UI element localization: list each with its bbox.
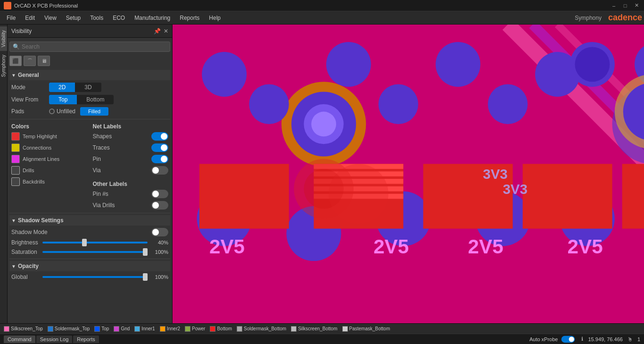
- backdrills-label: Backdrills: [23, 179, 45, 185]
- mode-2d-button[interactable]: 2D: [49, 83, 75, 92]
- svg-point-10: [202, 52, 247, 97]
- shadow-section-header[interactable]: ▼ Shadow Settings: [9, 215, 170, 226]
- layer-top-label: Top: [101, 326, 109, 331]
- global-opacity-label: Global: [11, 274, 40, 280]
- connections-swatch[interactable]: [11, 143, 20, 152]
- sidetab-visibility[interactable]: Visibility: [0, 26, 7, 51]
- drills-swatch[interactable]: [11, 166, 20, 175]
- shadow-mode-toggle[interactable]: [151, 228, 168, 236]
- statusbar: Command Session Log Reports Auto xProbe …: [0, 334, 644, 344]
- otherlabel-pinnum-toggle[interactable]: [151, 190, 168, 198]
- layer-inner1[interactable]: Inner1: [132, 326, 157, 332]
- auto-probe-toggle[interactable]: [561, 336, 575, 342]
- svg-text:2V5: 2V5: [209, 235, 245, 258]
- backdrills-swatch[interactable]: [11, 177, 20, 186]
- minimize-button[interactable]: –: [610, 2, 618, 9]
- mode-3d-button[interactable]: 3D: [75, 83, 101, 92]
- saturation-slider[interactable]: [42, 251, 148, 253]
- saturation-value: 100%: [150, 249, 168, 255]
- layers-tool-button[interactable]: ⬛: [9, 56, 22, 66]
- otherlabels-label: Other Labels: [91, 179, 171, 188]
- layer-inner1-color: [134, 326, 140, 332]
- panel-content: 🔍 ⬛ ⌒ 🖥 ▼ General Mode 2D 3D: [8, 38, 172, 323]
- netlabel-via-toggle[interactable]: [151, 166, 168, 175]
- svg-point-20: [311, 112, 336, 137]
- layer-pastemask-bottom-label: Pastemask_Bottom: [349, 326, 390, 331]
- layer-pastemask-bottom[interactable]: Pastemask_Bottom: [340, 326, 392, 332]
- netlabels-column: Net Labels Shapes Traces Pin Via: [91, 121, 171, 211]
- layer-soldermask-top[interactable]: Soldermask_Top: [46, 326, 91, 332]
- layer-inner2[interactable]: Inner2: [158, 326, 182, 332]
- status-tab-command[interactable]: Command: [4, 336, 35, 343]
- layer-power[interactable]: Power: [183, 326, 207, 332]
- coordinates: 15.949, 76.466: [588, 336, 622, 342]
- layer-gnd-label: Gnd: [121, 326, 130, 331]
- pin-icon[interactable]: 📌: [154, 28, 161, 34]
- status-tab-reports[interactable]: Reports: [73, 336, 99, 343]
- brightness-row: Brightness 40%: [9, 238, 170, 247]
- menu-manufacturing[interactable]: Manufacturing: [130, 13, 175, 23]
- canvas-area: 2V5 2V5 2V5 2V5 2V5 3V3 3V3 0: [173, 25, 644, 323]
- colors-label: Colors: [9, 121, 89, 131]
- saturation-thumb[interactable]: [143, 248, 148, 256]
- layer-soldermask-bottom[interactable]: Soldermask_Bottom: [235, 326, 288, 332]
- window-controls: – □ ✕: [610, 2, 640, 9]
- layer-top[interactable]: Top: [92, 326, 111, 332]
- svg-text:2V5: 2V5: [568, 235, 603, 258]
- menu-view[interactable]: View: [40, 13, 61, 23]
- layer-bottom[interactable]: Bottom: [208, 326, 234, 332]
- routes-tool-button[interactable]: ⌒: [24, 56, 36, 66]
- sidetab-symphony[interactable]: Symphony: [0, 51, 7, 81]
- view-bottom-button[interactable]: Bottom: [77, 95, 114, 104]
- svg-rect-28: [523, 164, 612, 228]
- panel-close-icon[interactable]: ✕: [164, 28, 168, 34]
- pads-unfilled-label: Unfilled: [57, 108, 75, 115]
- netlabel-row-1: Traces: [91, 142, 171, 153]
- global-opacity-slider[interactable]: [42, 276, 148, 278]
- menu-file[interactable]: File: [2, 13, 20, 23]
- mode-toggle-group: 2D 3D: [49, 83, 101, 92]
- netlabel-row-0: Shapes: [91, 131, 171, 142]
- netlabel-via-text: Via: [93, 167, 101, 174]
- visibility-panel: Visibility 📌 ✕ 🔍 ⬛ ⌒ 🖥 ▼ General: [8, 25, 173, 323]
- menu-edit[interactable]: Edit: [20, 13, 40, 23]
- cadence-logo: cadence: [608, 13, 642, 23]
- pads-unfilled-radio[interactable]: Unfilled: [49, 108, 75, 115]
- menu-eco[interactable]: ECO: [108, 13, 130, 23]
- opacity-section-header[interactable]: ▼ Opacity: [9, 261, 170, 271]
- layer-silkscreen-top[interactable]: Silkscreen_Top: [2, 326, 45, 332]
- close-button[interactable]: ✕: [633, 2, 640, 9]
- menu-setup[interactable]: Setup: [61, 13, 85, 23]
- brightness-thumb[interactable]: [82, 239, 87, 246]
- netlabel-pin-toggle[interactable]: [151, 155, 168, 163]
- svg-rect-30: [199, 164, 289, 228]
- pads-filled-radio[interactable]: Filled: [80, 107, 108, 116]
- general-label: General: [18, 72, 39, 78]
- view-top-button[interactable]: Top: [49, 95, 77, 104]
- panel-title: Visibility: [11, 28, 151, 34]
- menubar: File Edit View Setup Tools ECO Manufactu…: [0, 11, 644, 25]
- display-tool-button[interactable]: 🖥: [38, 56, 50, 66]
- temp-highlight-swatch[interactable]: [11, 132, 20, 141]
- menu-help[interactable]: Help: [204, 13, 225, 23]
- netlabel-shapes-toggle[interactable]: [151, 132, 168, 141]
- otherlabel-viadrills-text: Via Drills: [93, 202, 115, 209]
- main-area: Visibility Symphony Visibility 📌 ✕ 🔍 ⬛ ⌒…: [0, 25, 644, 323]
- global-opacity-thumb[interactable]: [143, 273, 148, 281]
- alignment-lines-swatch[interactable]: [11, 155, 20, 163]
- app-title: OrCAD X PCB Professional: [14, 3, 78, 8]
- pcb-canvas[interactable]: 2V5 2V5 2V5 2V5 2V5 3V3 3V3 0: [173, 25, 644, 323]
- maximize-button[interactable]: □: [621, 2, 629, 9]
- netlabel-traces-toggle[interactable]: [151, 143, 168, 152]
- status-tab-session-log[interactable]: Session Log: [36, 336, 73, 343]
- color-row-1: Connections: [9, 142, 89, 153]
- general-section-header[interactable]: ▼ General: [9, 70, 170, 80]
- menu-reports[interactable]: Reports: [175, 13, 204, 23]
- menu-tools[interactable]: Tools: [85, 13, 108, 23]
- layer-silkscreen-bottom[interactable]: Silkscreen_Bottom: [289, 326, 339, 332]
- search-input[interactable]: [22, 43, 167, 50]
- svg-point-11: [326, 42, 371, 87]
- otherlabel-viadrills-toggle[interactable]: [151, 201, 168, 210]
- layer-gnd[interactable]: Gnd: [112, 326, 132, 332]
- brightness-slider[interactable]: [42, 242, 148, 243]
